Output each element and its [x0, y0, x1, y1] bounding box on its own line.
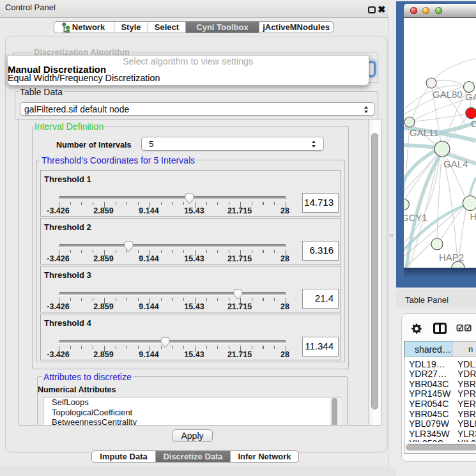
svg-text:GCY1: GCY1	[404, 212, 427, 223]
svg-text:GAL4: GAL4	[443, 158, 468, 169]
svg-text:GAL80: GAL80	[433, 89, 463, 100]
svg-text:HAP2: HAP2	[439, 252, 464, 263]
svg-text:H: H	[470, 211, 476, 222]
svg-text:GA: GA	[465, 91, 476, 102]
svg-text:C: C	[471, 118, 476, 129]
svg-text:GAL11: GAL11	[410, 127, 439, 138]
